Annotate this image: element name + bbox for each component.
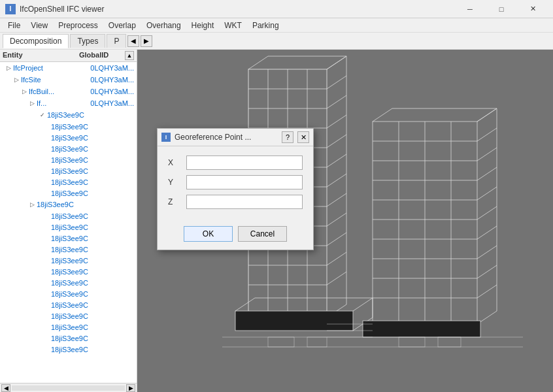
- georeference-dialog: I Georeference Point ... ? ✕ X Y: [157, 128, 314, 250]
- title-bar-left: I IfcOpenShell IFC viewer: [5, 4, 104, 14]
- menu-height[interactable]: Height: [186, 20, 220, 31]
- dialog-help-button[interactable]: ?: [282, 131, 293, 143]
- main-area: Entity GlobalID ▲ ▷ IfcProject 0LQHY3aM.…: [0, 50, 553, 392]
- tree-content: ▷ IfcProject 0LQHY3aM... ▷ IfcSite 0LQHY…: [0, 62, 137, 383]
- nav-prev-button[interactable]: ◀: [127, 35, 139, 47]
- tree-row[interactable]: 18jiS3ee9C: [0, 210, 137, 221]
- cancel-button[interactable]: Cancel: [238, 226, 287, 242]
- tree-label: 18jiS3ee9C: [48, 235, 88, 242]
- tree-toggle[interactable]: ▷: [12, 75, 21, 84]
- tree-row[interactable]: 18jiS3ee9C: [0, 333, 137, 344]
- tree-row[interactable]: 18jiS3ee9C: [0, 154, 137, 165]
- field-z-input[interactable]: [186, 195, 303, 209]
- tree-row[interactable]: 18jiS3ee9C: [0, 176, 137, 188]
- tree-label: 18jiS3ee9C: [48, 346, 88, 353]
- tree-label: 18jiS3ee9C: [48, 312, 88, 320]
- tree-toggle[interactable]: ▷: [27, 99, 37, 108]
- horizontal-scrollbar[interactable]: ◀ ▶: [0, 383, 137, 392]
- menu-file[interactable]: File: [3, 20, 25, 31]
- tree-row[interactable]: 18jiS3ee9C: [0, 244, 137, 255]
- tree-row[interactable]: 18jiS3ee9C: [0, 165, 137, 176]
- tree-label: 18jiS3ee9C: [48, 212, 88, 220]
- tree-globalid: 0LQHY3aM...: [90, 64, 135, 72]
- tree-row[interactable]: 18jiS3ee9C: [0, 255, 137, 266]
- tree-globalid: 0LQHY3aM...: [90, 88, 135, 95]
- field-y-label: Y: [168, 178, 181, 187]
- tree-row[interactable]: ✓ 18jiS3ee9C: [0, 109, 137, 121]
- tree-label: 18jiS3ee9C: [48, 290, 88, 298]
- tree-row[interactable]: 18jiS3ee9C: [0, 266, 137, 277]
- minimize-button[interactable]: ─: [455, 0, 485, 18]
- tab-decomposition[interactable]: Decomposition: [3, 34, 69, 48]
- tree-row[interactable]: 18jiS3ee9C: [0, 221, 137, 233]
- tree-label: 18jiS3ee9C: [48, 123, 88, 131]
- tree-row[interactable]: 18jiS3ee9C: [0, 288, 137, 299]
- scroll-track[interactable]: [12, 385, 125, 391]
- tree-row[interactable]: 18jiS3ee9C: [0, 310, 137, 321]
- menu-overlap[interactable]: Overlap: [103, 20, 141, 31]
- dialog-icon: I: [161, 133, 171, 142]
- tree-label: 18jiS3ee9C: [48, 335, 88, 342]
- menu-view[interactable]: View: [25, 20, 53, 31]
- col-entity-header: Entity: [3, 51, 79, 60]
- tree-label: 18jiS3ee9C: [48, 189, 88, 197]
- maximize-button[interactable]: □: [486, 0, 516, 18]
- left-panel-header: Entity GlobalID ▲: [0, 50, 137, 62]
- scroll-up-button[interactable]: ▲: [125, 51, 134, 60]
- tree-label: 18jiS3ee9C: [48, 257, 88, 265]
- tree-row[interactable]: 18jiS3ee9C: [0, 344, 137, 355]
- tree-toggle[interactable]: ✓: [38, 110, 47, 120]
- tree-label: IfcSite: [21, 76, 41, 84]
- tree-row[interactable]: ▷ 18jiS3ee9C: [0, 199, 137, 210]
- scroll-right-button[interactable]: ▶: [126, 384, 135, 392]
- tree-row[interactable]: 18jiS3ee9C: [0, 321, 137, 333]
- dialog-field-x: X: [168, 155, 303, 170]
- tree-label: IfcBuil...: [29, 88, 54, 95]
- tree-row[interactable]: ▷ IfcBuil... 0LQHY3aM...: [0, 86, 137, 97]
- tree-row[interactable]: 18jiS3ee9C: [0, 143, 137, 154]
- menu-overhang[interactable]: Overhang: [141, 20, 186, 31]
- tree-label: 18jiS3ee9C: [48, 301, 88, 309]
- menu-wkt[interactable]: WKT: [219, 20, 247, 31]
- field-x-input[interactable]: [186, 155, 303, 170]
- ok-button[interactable]: OK: [184, 226, 233, 242]
- field-y-input[interactable]: [186, 175, 303, 189]
- viewport[interactable]: I Georeference Point ... ? ✕ X Y: [137, 50, 553, 392]
- nav-next-button[interactable]: ▶: [141, 35, 152, 47]
- tree-row[interactable]: 18jiS3ee9C: [0, 132, 137, 143]
- app-title: IfcOpenShell IFC viewer: [20, 5, 104, 14]
- tree-row[interactable]: ▷ IfcSite 0LQHY3aM...: [0, 74, 137, 86]
- tree-label: 18jiS3ee9C: [48, 223, 88, 231]
- tab-types[interactable]: Types: [70, 34, 105, 48]
- tree-toggle[interactable]: ▷: [27, 200, 37, 209]
- tree-toggle[interactable]: ▷: [20, 87, 29, 96]
- dialog-close-button[interactable]: ✕: [297, 131, 309, 143]
- tree-label: 18jiS3ee9C: [48, 145, 88, 153]
- tree-row[interactable]: 18jiS3ee9C: [0, 188, 137, 199]
- tree-globalid: 0LQHY3aM...: [90, 76, 135, 84]
- field-z-label: Z: [168, 197, 181, 206]
- dialog-field-y: Y: [168, 175, 303, 189]
- scroll-left-button[interactable]: ◀: [1, 384, 10, 392]
- menu-parking[interactable]: Parking: [247, 20, 284, 31]
- tree-row[interactable]: 18jiS3ee9C: [0, 121, 137, 132]
- tree-label: 18jiS3ee9C: [48, 279, 88, 287]
- tree-row[interactable]: 18jiS3ee9C: [0, 277, 137, 288]
- tree-label: 18jiS3ee9C: [48, 246, 88, 253]
- dialog-body: X Y Z: [158, 146, 313, 221]
- tree-row[interactable]: 18jiS3ee9C: [0, 299, 137, 310]
- tree-row[interactable]: ▷ If... 0LQHY3aM...: [0, 97, 137, 109]
- col-globalid-header: GlobalID: [79, 51, 125, 60]
- tree-row[interactable]: 18jiS3ee9C: [0, 233, 137, 244]
- dialog-overlay: I Georeference Point ... ? ✕ X Y: [137, 50, 553, 392]
- close-button[interactable]: ✕: [518, 0, 548, 18]
- toolbar: Decomposition Types P ◀ ▶: [0, 33, 553, 50]
- tree-label: 18jiS3ee9C: [48, 178, 88, 186]
- field-x-label: X: [168, 158, 181, 167]
- menu-preprocess[interactable]: Preprocess: [53, 20, 103, 31]
- tree-toggle[interactable]: ▷: [4, 63, 13, 73]
- tree-row[interactable]: ▷ IfcProject 0LQHY3aM...: [0, 62, 137, 74]
- dialog-buttons: OK Cancel: [158, 221, 313, 250]
- tree-label: 18jiS3ee9C: [48, 268, 88, 276]
- tab-p[interactable]: P: [107, 34, 126, 48]
